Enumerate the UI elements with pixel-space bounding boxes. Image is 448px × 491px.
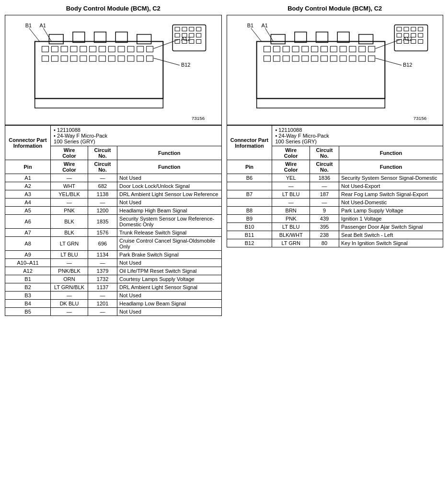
pin-cell: B7 xyxy=(227,190,272,199)
svg-rect-17 xyxy=(108,46,115,52)
svg-line-88 xyxy=(375,39,402,49)
circuit-cell: 9 xyxy=(310,207,339,215)
circuit-cell: 1732 xyxy=(88,275,117,283)
pin-cell xyxy=(227,199,272,207)
right-table: Connector Part Information • 12110088 • … xyxy=(227,125,444,247)
pin-cell: A7 xyxy=(5,229,51,237)
circuit-cell: — xyxy=(88,174,117,182)
circuit-cell: 1576 xyxy=(88,229,117,237)
col-wire-color2: WireColor xyxy=(51,160,88,174)
wire-color-cell: — xyxy=(272,182,310,190)
svg-line-55 xyxy=(251,28,261,42)
svg-rect-8 xyxy=(115,32,127,43)
pin-cell: B1 xyxy=(5,275,51,283)
svg-line-35 xyxy=(154,39,180,49)
svg-rect-104 xyxy=(418,40,423,44)
svg-rect-9 xyxy=(137,35,151,44)
circuit-cell: — xyxy=(88,308,117,316)
table-row: A1 — — Not Used xyxy=(5,174,222,182)
circuit-cell: — xyxy=(88,199,117,207)
svg-rect-60 xyxy=(316,32,328,43)
svg-rect-97 xyxy=(397,34,402,37)
function-cell: Not Used-Domestic xyxy=(339,199,443,207)
table-row: B9 PNK 439 Ignition 1 Voltage xyxy=(227,215,443,223)
svg-rect-22 xyxy=(42,56,49,61)
circuit-cell: 1138 xyxy=(88,190,117,199)
svg-rect-67 xyxy=(301,46,308,52)
function-cell: Ignition 1 Voltage xyxy=(339,215,443,223)
svg-rect-73 xyxy=(358,46,365,52)
table-row: B1 ORN 1732 Courtesy Lamps Supply Voltag… xyxy=(5,275,222,283)
function-cell: Cruise Control Cancel Signal-Oldsmobile … xyxy=(117,237,221,251)
svg-rect-65 xyxy=(283,46,289,52)
wire-color-cell: LT BLU xyxy=(272,223,310,231)
right-part-number-cell: • 12110088 • 24-Way F Micro-Pack 100 Ser… xyxy=(272,126,443,146)
function-cell: Security System Sensor Signal-Domestic xyxy=(339,174,443,182)
function-cell: Passenger Door Ajar Switch Signal xyxy=(339,223,443,231)
right-col-pin: Pin xyxy=(227,160,272,174)
svg-rect-5 xyxy=(49,35,63,44)
part-number-cell: • 12110088 • 24-Way F Micro-Pack 100 Ser… xyxy=(51,126,221,146)
pin-cell: B5 xyxy=(5,308,51,316)
pin-cell: A10–A11 xyxy=(5,259,51,267)
pin-cell: A6 xyxy=(5,215,51,229)
svg-line-56 xyxy=(265,28,273,42)
svg-rect-40 xyxy=(175,27,180,31)
svg-rect-75 xyxy=(264,56,270,61)
svg-rect-94 xyxy=(403,27,408,31)
table-row: A9 LT BLU 1134 Park Brake Switch Signal xyxy=(5,251,222,259)
wire-color-cell: — xyxy=(51,308,88,316)
svg-rect-29 xyxy=(108,56,115,61)
pin-cell: B10 xyxy=(227,223,272,231)
wire-color-cell: YEL xyxy=(272,174,310,182)
circuit-cell: 439 xyxy=(310,215,339,223)
function-cell: Not Used xyxy=(117,199,221,207)
svg-rect-31 xyxy=(127,56,134,61)
circuit-cell: 696 xyxy=(88,237,117,251)
table-row: — — Not Used-Domestic xyxy=(227,199,443,207)
svg-rect-27 xyxy=(90,56,96,61)
svg-rect-71 xyxy=(340,46,346,52)
function-cell: Key In Ignition Switch Signal xyxy=(339,239,443,247)
pin-cell: A12 xyxy=(5,267,51,275)
wire-color-cell: LT GRN xyxy=(51,237,88,251)
right-col-wire-color: WireColor xyxy=(272,146,310,160)
wire-color-cell: — xyxy=(51,174,88,182)
col-circuit: CircuitNo. xyxy=(88,146,117,160)
svg-rect-25 xyxy=(70,56,77,61)
svg-rect-42 xyxy=(189,27,194,31)
wire-color-cell: YEL/BLK xyxy=(51,190,88,199)
wire-color-cell: BLK xyxy=(51,229,88,237)
function-cell: Park Lamp Supply Voltage xyxy=(339,207,443,215)
wire-color-cell: LT BLU xyxy=(272,190,310,199)
function-cell: Trunk Release Switch Signal xyxy=(117,229,221,237)
wire-color-cell: BLK/WHT xyxy=(272,231,310,239)
function-cell: Headlamp Low Beam Signal xyxy=(117,300,221,308)
function-cell: Courtesy Lamps Supply Voltage xyxy=(117,275,221,283)
col-function2: Function xyxy=(117,160,221,174)
svg-rect-77 xyxy=(283,56,289,61)
wire-color-cell: PNK/BLK xyxy=(51,267,88,275)
right-title: Body Control Module (BCM), C2 xyxy=(227,5,444,12)
right-col-circuit: CircuitNo. xyxy=(310,146,339,160)
col-pin: Pin xyxy=(5,160,51,174)
left-diagram: B1 A1 xyxy=(5,15,222,125)
pin-cell xyxy=(227,182,272,190)
svg-rect-24 xyxy=(61,56,68,61)
svg-line-3 xyxy=(44,28,52,42)
svg-rect-7 xyxy=(94,32,106,43)
svg-rect-82 xyxy=(330,56,337,61)
function-cell: Park Brake Switch Signal xyxy=(117,251,221,259)
svg-rect-69 xyxy=(321,46,327,52)
svg-rect-6 xyxy=(73,32,85,43)
svg-rect-47 xyxy=(196,34,201,37)
circuit-cell: 1835 xyxy=(88,215,117,229)
table-row: B6 YEL 1836 Security System Sensor Signa… xyxy=(227,174,443,182)
wire-color-cell: — xyxy=(51,259,88,267)
pin-cell: B3 xyxy=(5,292,51,300)
wire-color-cell: — xyxy=(51,292,88,300)
circuit-cell: 1379 xyxy=(88,267,117,275)
svg-rect-84 xyxy=(349,56,356,61)
wire-color-cell: PNK xyxy=(272,215,310,223)
svg-rect-83 xyxy=(340,56,346,61)
